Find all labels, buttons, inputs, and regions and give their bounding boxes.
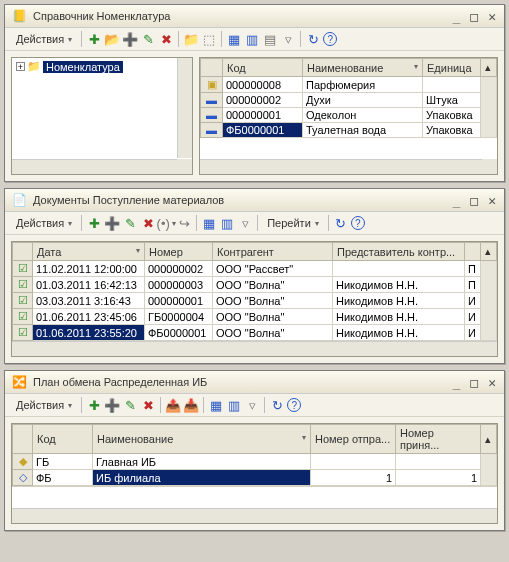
table-row[interactable]: ◆ ГБ Главная ИБ <box>13 454 497 470</box>
move-to-group-icon[interactable]: 📁 <box>183 31 199 47</box>
col-code[interactable]: Код <box>223 59 303 77</box>
scrollbar-vertical[interactable] <box>481 261 497 341</box>
scrollbar-horizontal[interactable] <box>200 159 482 174</box>
table-row[interactable]: ▣ 000000008 Парфюмерия <box>201 77 497 93</box>
actions-menu[interactable]: Действия <box>11 31 77 47</box>
col-rowhdr[interactable] <box>201 59 223 77</box>
close-button[interactable]: ✕ <box>486 9 498 24</box>
edit-icon[interactable]: ✎ <box>122 215 138 231</box>
cell-name: Одеколон <box>303 108 423 123</box>
col-extra[interactable] <box>465 243 481 261</box>
read-changes-icon[interactable]: 📥 <box>183 397 199 413</box>
sort-icon[interactable]: ▤ <box>262 31 278 47</box>
col-recv[interactable]: Номер приня... <box>396 425 481 454</box>
col-rep[interactable]: Представитель контр... <box>333 243 465 261</box>
clear-filter-icon[interactable]: ▿ <box>280 31 296 47</box>
nomenclature-table[interactable]: Код Наименование Единица ▴ ▣ 000000008 П… <box>200 58 497 138</box>
scrollbar-vertical[interactable] <box>481 454 497 486</box>
add-folder-icon[interactable]: 📂 <box>104 31 120 47</box>
filter-icon[interactable]: ▦ <box>226 31 242 47</box>
scrollbar-horizontal[interactable] <box>12 508 497 523</box>
help-icon[interactable]: ? <box>351 216 365 230</box>
filter-by-value-icon[interactable]: ▥ <box>226 397 242 413</box>
tree-pane[interactable]: + 📁 Номенклатура <box>11 57 193 175</box>
scrollbar-vertical[interactable] <box>177 58 192 158</box>
col-name[interactable]: Наименование <box>93 425 311 454</box>
delete-mark-icon[interactable]: ✖ <box>140 397 156 413</box>
col-unit[interactable]: Единица <box>423 59 481 77</box>
exchange-table[interactable]: Код Наименование Номер отпра... Номер пр… <box>12 424 497 486</box>
toolbar: Действия ✚ ➕ ✎ ✖ (•) ↪ ▦ ▥ ▿ Перейти ↻ ? <box>5 212 504 235</box>
col-contr[interactable]: Контрагент <box>213 243 333 261</box>
table-row[interactable]: ▬ ФБ0000001 Туалетная вода Упаковка <box>201 123 497 138</box>
add-icon[interactable]: ✚ <box>86 31 102 47</box>
col-date[interactable]: Дата <box>33 243 145 261</box>
add-copy-icon[interactable]: ➕ <box>122 31 138 47</box>
interval-icon[interactable]: (•) <box>158 215 174 231</box>
minimize-button[interactable]: _ <box>451 375 463 390</box>
maximize-button[interactable]: □ <box>468 193 480 208</box>
refresh-icon[interactable]: ↻ <box>333 215 349 231</box>
cell-recv: 1 <box>396 470 481 486</box>
col-rowhdr[interactable] <box>13 243 33 261</box>
window-controls: _ □ ✕ <box>451 193 498 208</box>
table-row[interactable]: ▬ 000000001 Одеколон Упаковка <box>201 108 497 123</box>
cell-contr: ООО "Волна" <box>213 277 333 293</box>
hierarchy-icon[interactable]: ⬚ <box>201 31 217 47</box>
goto-menu[interactable]: Перейти <box>262 215 324 231</box>
table-row[interactable]: ☑03.03.2011 3:16:43000000001ООО "Волна"Н… <box>13 293 497 309</box>
filter-by-value-icon[interactable]: ▥ <box>219 215 235 231</box>
help-icon[interactable]: ? <box>287 398 301 412</box>
refresh-icon[interactable]: ↻ <box>305 31 321 47</box>
minimize-button[interactable]: _ <box>451 9 463 24</box>
edit-icon[interactable]: ✎ <box>122 397 138 413</box>
cell-rep: Никодимов Н.Н. <box>333 293 465 309</box>
minimize-button[interactable]: _ <box>451 193 463 208</box>
actions-menu[interactable]: Действия <box>11 397 77 413</box>
delete-mark-icon[interactable]: ✖ <box>158 31 174 47</box>
table-row[interactable]: ☑11.02.2011 12:00:00000000002ООО "Рассве… <box>13 261 497 277</box>
write-changes-icon[interactable]: 📤 <box>165 397 181 413</box>
expand-icon[interactable]: + <box>16 62 25 71</box>
cell-num: ГБ0000004 <box>145 309 213 325</box>
scrollbar-horizontal[interactable] <box>12 159 177 174</box>
table-row[interactable]: ☑01.06.2011 23:55:20ФБ0000001ООО "Волна"… <box>13 325 497 341</box>
clear-filter-icon[interactable]: ▿ <box>237 215 253 231</box>
cell-num: 000000003 <box>145 277 213 293</box>
col-num[interactable]: Номер <box>145 243 213 261</box>
clear-filter-icon[interactable]: ▿ <box>244 397 260 413</box>
documents-table[interactable]: Дата Номер Контрагент Представитель конт… <box>12 242 497 341</box>
table-row[interactable]: ☑01.03.2011 16:42:13000000003ООО "Волна"… <box>13 277 497 293</box>
cell-rep: Никодимов Н.Н. <box>333 277 465 293</box>
add-copy-icon[interactable]: ➕ <box>104 215 120 231</box>
add-icon[interactable]: ✚ <box>86 215 102 231</box>
col-sent[interactable]: Номер отпра... <box>311 425 396 454</box>
col-code[interactable]: Код <box>33 425 93 454</box>
actions-menu[interactable]: Действия <box>11 215 77 231</box>
scrollbar-vertical[interactable] <box>481 77 497 138</box>
maximize-button[interactable]: □ <box>468 9 480 24</box>
tree-root-row[interactable]: + 📁 Номенклатура <box>12 58 192 75</box>
empty-area <box>12 486 497 508</box>
filter-icon[interactable]: ▦ <box>201 215 217 231</box>
edit-icon[interactable]: ✎ <box>140 31 156 47</box>
delete-mark-icon[interactable]: ✖ <box>140 215 156 231</box>
add-copy-icon[interactable]: ➕ <box>104 397 120 413</box>
add-icon[interactable]: ✚ <box>86 397 102 413</box>
scrollbar-horizontal[interactable] <box>12 341 497 356</box>
post-icon[interactable]: ↪ <box>176 215 192 231</box>
close-button[interactable]: ✕ <box>486 375 498 390</box>
app-icon: 📒 <box>11 8 27 24</box>
table-row[interactable]: ☑01.06.2011 23:45:06ГБ0000004ООО "Волна"… <box>13 309 497 325</box>
maximize-button[interactable]: □ <box>468 375 480 390</box>
help-icon[interactable]: ? <box>323 32 337 46</box>
folder-icon: 📁 <box>27 60 41 73</box>
table-row[interactable]: ▬ 000000002 Духи Штука <box>201 93 497 108</box>
table-row[interactable]: ◇ ФБ ИБ филиала 1 1 <box>13 470 497 486</box>
col-name[interactable]: Наименование <box>303 59 423 77</box>
col-rowhdr[interactable] <box>13 425 33 454</box>
close-button[interactable]: ✕ <box>486 193 498 208</box>
filter-by-value-icon[interactable]: ▥ <box>244 31 260 47</box>
filter-icon[interactable]: ▦ <box>208 397 224 413</box>
refresh-icon[interactable]: ↻ <box>269 397 285 413</box>
